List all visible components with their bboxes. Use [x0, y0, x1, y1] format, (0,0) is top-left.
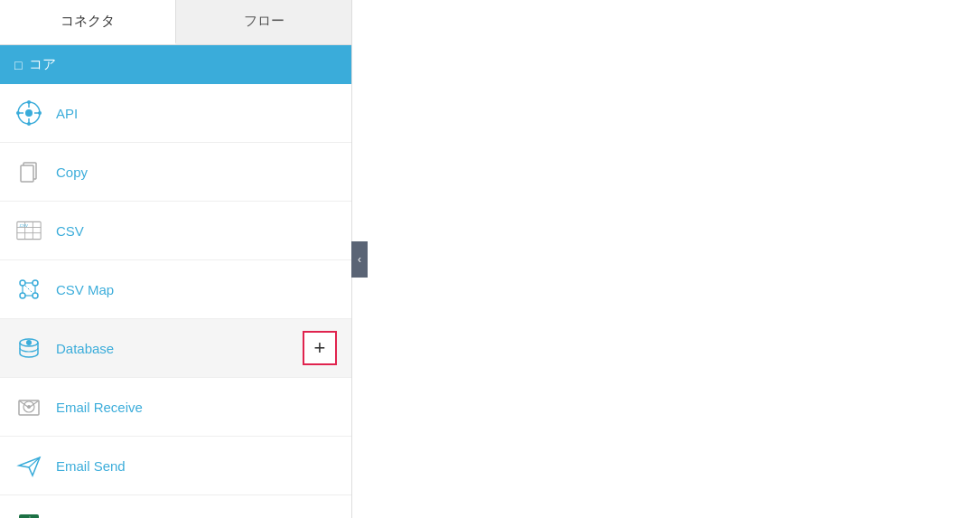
sidebar: コネクタ フロー □ コア — [0, 0, 352, 518]
copy-label: Copy — [56, 165, 88, 180]
section-header: □ コア — [0, 45, 351, 84]
list-item-csvmap[interactable]: CSV Map — [0, 260, 351, 319]
list-item-excel[interactable]: X Excel — [0, 495, 351, 518]
svg-text:.CSV: .CSV — [19, 223, 28, 228]
svg-point-28 — [26, 340, 32, 345]
list-item-email-receive[interactable]: Email Receive — [0, 378, 351, 437]
copy-icon — [14, 157, 43, 186]
csv-label: CSV — [56, 223, 84, 239]
list-item-database[interactable]: Database + — [0, 319, 351, 378]
svg-point-1 — [25, 109, 33, 117]
tab-flow[interactable]: フロー — [176, 0, 351, 44]
email-receive-icon — [14, 392, 43, 421]
main-content — [352, 0, 980, 518]
tabs-bar: コネクタ フロー — [0, 0, 351, 45]
email-send-label: Email Send — [56, 458, 126, 474]
tab-connector[interactable]: コネクタ — [0, 0, 176, 44]
svg-point-9 — [38, 111, 42, 115]
list-item-email-send[interactable]: Email Send — [0, 437, 351, 495]
svg-point-7 — [27, 122, 31, 126]
excel-icon: X — [14, 510, 43, 518]
add-database-button[interactable]: + — [303, 331, 337, 365]
csv-icon: .CSV — [14, 216, 43, 245]
svg-point-8 — [16, 111, 20, 115]
svg-line-26 — [25, 286, 33, 293]
svg-point-19 — [33, 280, 38, 286]
collapse-sidebar-button[interactable]: ‹ — [351, 241, 368, 278]
list-item-api[interactable]: API — [0, 84, 351, 143]
email-receive-label: Email Receive — [56, 400, 143, 415]
database-label: Database — [56, 341, 114, 356]
csvmap-icon — [14, 275, 43, 304]
database-icon — [14, 334, 43, 363]
svg-point-20 — [20, 293, 25, 298]
api-label: API — [56, 106, 78, 121]
svg-rect-11 — [21, 165, 33, 182]
svg-point-6 — [27, 100, 31, 104]
items-list: API Copy .CSV — [0, 84, 351, 518]
svg-point-21 — [33, 293, 38, 298]
list-item-copy[interactable]: Copy — [0, 143, 351, 202]
svg-point-18 — [20, 280, 25, 286]
email-send-icon — [14, 451, 43, 480]
section-label: コア — [29, 56, 56, 73]
list-item-csv[interactable]: .CSV CSV — [0, 202, 351, 260]
api-icon — [14, 99, 43, 127]
csvmap-label: CSV Map — [56, 282, 114, 297]
section-collapse-icon: □ — [14, 58, 22, 72]
